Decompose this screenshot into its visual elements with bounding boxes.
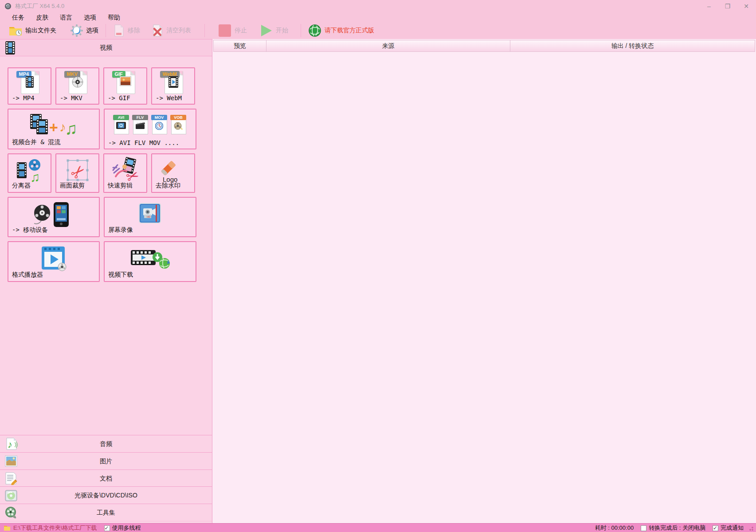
category-picture[interactable]: 图片: [0, 452, 212, 470]
card-label: 视频合并 & 混流: [12, 138, 60, 146]
card-label: -> GIF: [108, 94, 130, 102]
card-to-webm[interactable]: WebM -> WebM: [151, 67, 195, 105]
category-header-video[interactable]: 视频: [0, 39, 212, 56]
card-to-gif[interactable]: GIF -> GIF: [103, 67, 147, 105]
card-video-download[interactable]: 视频下载: [104, 241, 196, 282]
category-toolset[interactable]: 工具集: [0, 504, 212, 521]
menu-help[interactable]: 帮助: [102, 12, 126, 22]
svg-text:♫: ♫: [30, 170, 40, 183]
mkv-file-icon: MKV: [67, 70, 88, 94]
category-disc-device[interactable]: 光驱设备\DVD\CD\ISO: [0, 486, 212, 504]
output-path[interactable]: E:\下载工具文件夹\格式工厂下载: [13, 524, 97, 532]
remove-label: 移除: [128, 27, 140, 35]
shutdown-label: 转换完成后 : 关闭电脑: [649, 524, 705, 532]
maximize-button[interactable]: ❐: [721, 1, 734, 12]
menu-options[interactable]: 选项: [78, 12, 102, 22]
stop-button[interactable]: 停止: [215, 23, 250, 39]
titlebar: 格式工厂 X64 5.4.0 – ❐ ✕: [0, 0, 756, 12]
window-title: 格式工厂 X64 5.4.0: [15, 2, 64, 10]
card-video-merge[interactable]: + ♪ ♫ 视频合并 & 混流: [8, 109, 100, 149]
card-to-mp4[interactable]: MP4 -> MP4: [8, 67, 51, 105]
card-to-avi-flv-mov[interactable]: AVI FLV MOV VOB -> AVI FLV MOV ....: [104, 109, 196, 149]
category-label: 光驱设备\DVD\CD\ISO: [0, 487, 212, 504]
download-official-button[interactable]: 请下载官方正式版: [306, 23, 377, 39]
multithread-label: 使用多线程: [112, 524, 141, 532]
category-label: 音频: [0, 435, 212, 452]
resize-grip[interactable]: [748, 525, 753, 531]
column-source[interactable]: 来源: [266, 40, 510, 52]
category-label: 文档: [0, 470, 212, 487]
card-label: -> WebM: [156, 94, 182, 102]
card-screen-record[interactable]: HD 屏幕录像: [104, 197, 196, 237]
notify-checkbox[interactable]: [713, 525, 718, 531]
card-label: 去除水印: [156, 182, 180, 190]
close-button[interactable]: ✕: [740, 1, 752, 12]
card-mobile-device[interactable]: -> 移动设备: [8, 197, 100, 237]
start-icon: [259, 24, 273, 37]
svg-text:♫: ♫: [65, 119, 78, 136]
remove-button[interactable]: 移除: [110, 23, 143, 38]
menubar: 任务 皮肤 语言 选项 帮助: [0, 12, 756, 22]
options-label: 选项: [86, 27, 98, 35]
card-label: 视频下载: [108, 271, 133, 279]
avi-flv-mov-icon: AVI FLV MOV VOB: [105, 114, 196, 134]
card-label: -> AVI FLV MOV ....: [108, 139, 179, 146]
output-folder-button[interactable]: 输出文件夹: [6, 23, 59, 38]
notify-label: 完成通知: [721, 524, 744, 532]
toolbar-separator: [301, 24, 301, 37]
card-quick-clip[interactable]: ✂ 快速剪辑: [103, 153, 147, 193]
file-list-body[interactable]: [213, 52, 755, 523]
shutdown-checkbox[interactable]: [641, 525, 646, 531]
card-label: -> MP4: [12, 94, 35, 102]
statusbar: E:\下载工具文件夹\格式工厂下载 使用多线程 耗时 : 00:00:00 转换…: [0, 523, 756, 532]
download-official-label: 请下载官方正式版: [325, 27, 374, 35]
clear-list-label: 清空列表: [166, 27, 191, 35]
remove-doc-icon: [113, 24, 125, 37]
column-preview[interactable]: 预览: [213, 40, 266, 52]
video-merge-icon: + ♪ ♫: [8, 113, 99, 136]
stop-icon: [218, 24, 231, 37]
quick-clip-icon: ✂: [104, 157, 146, 183]
options-gear-icon: [71, 24, 83, 37]
statusbar-folder-icon[interactable]: [4, 525, 11, 531]
download-globe-icon: [308, 24, 321, 37]
card-label: -> MKV: [60, 94, 82, 102]
start-button[interactable]: 开始: [257, 23, 291, 39]
svg-text:+: +: [49, 119, 58, 136]
svg-text:HD: HD: [147, 215, 151, 218]
options-button[interactable]: 选项: [68, 23, 101, 38]
file-list-header: 预览 来源 输出 / 转换状态: [213, 40, 755, 52]
card-crop[interactable]: ✂ 画面裁剪: [55, 153, 99, 193]
card-remove-watermark[interactable]: Logo 去除水印: [151, 153, 195, 193]
menu-task[interactable]: 任务: [6, 12, 30, 22]
category-label: 工具集: [0, 504, 212, 521]
menu-skin[interactable]: 皮肤: [30, 12, 54, 22]
stop-label: 停止: [235, 27, 247, 35]
clear-list-button[interactable]: 清空列表: [149, 23, 194, 38]
file-list: 预览 来源 输出 / 转换状态: [212, 39, 756, 523]
toolbar-separator: [204, 24, 205, 37]
output-folder-label: 输出文件夹: [25, 27, 56, 35]
watermark-eraser-icon: Logo: [152, 157, 194, 184]
menu-language[interactable]: 语言: [54, 12, 78, 22]
app-icon: [4, 3, 12, 10]
multithread-checkbox[interactable]: [104, 525, 110, 531]
video-download-icon: [105, 247, 196, 270]
elapsed-time: 耗时 : 00:00:00: [595, 524, 634, 532]
card-to-mkv[interactable]: MKV -> MKV: [55, 67, 99, 105]
toolbar: 输出文件夹 选项 移除 清空列表 停止 开始 请下载官方正式版: [0, 22, 756, 39]
toolbar-separator: [106, 24, 106, 37]
output-folder-icon: [9, 25, 22, 36]
card-splitter[interactable]: ♫ 分离器: [8, 153, 51, 193]
card-label: 屏幕录像: [108, 226, 133, 234]
card-format-player[interactable]: 格式播放器: [8, 241, 100, 282]
card-label: -> 移动设备: [12, 226, 48, 234]
clear-list-icon: [152, 24, 163, 37]
splitter-icon: ♫: [8, 158, 51, 183]
column-output-status[interactable]: 输出 / 转换状态: [510, 40, 755, 52]
mp4-file-icon: MP4: [19, 70, 40, 94]
category-audio[interactable]: ♪ 音频: [0, 435, 212, 453]
webm-file-icon: WebM: [163, 70, 184, 94]
category-document[interactable]: 文档: [0, 469, 212, 487]
minimize-button[interactable]: –: [703, 1, 715, 12]
